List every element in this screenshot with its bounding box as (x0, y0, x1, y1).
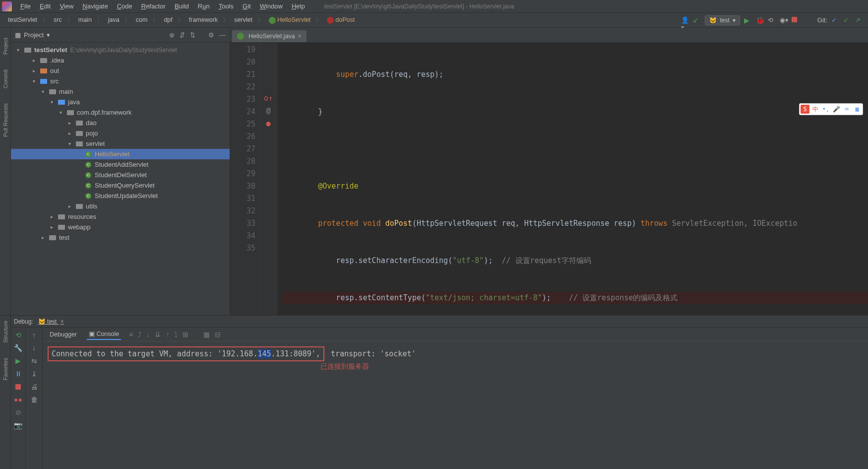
console-tab[interactable]: ▣ Console (87, 329, 121, 340)
git-commit-icon[interactable]: ✓ (843, 16, 851, 24)
tree-row[interactable]: CStudentUpdateServlet (11, 191, 230, 201)
tree-row[interactable]: CStudentDelServlet (11, 170, 230, 180)
tree-root[interactable]: ▾ testServlet E:\dev\my\git\JavaDailyStu… (11, 45, 230, 55)
expand-all-icon[interactable]: ⇵ (180, 31, 185, 39)
gutter-marks[interactable]: o↑ @● (260, 43, 277, 315)
threads-icon[interactable]: ⊟ (215, 331, 221, 338)
sidebar-tab-commit[interactable]: Commit (2, 69, 8, 88)
menu-run[interactable]: Run (193, 1, 214, 11)
tree-row[interactable]: ▸test (11, 232, 230, 243)
tree-row[interactable]: ▸utils (11, 201, 230, 211)
run-config-selector[interactable]: 🐱 test ▾ (705, 15, 740, 25)
tree-row[interactable]: ▸out (11, 66, 230, 76)
project-tree[interactable]: ▾ testServlet E:\dev\my\git\JavaDailyStu… (11, 43, 230, 315)
frames-icon[interactable]: ▦ (203, 331, 210, 338)
ime-lang-icon[interactable]: 中 (811, 105, 820, 114)
scroll-icon[interactable]: ⤓ (30, 369, 39, 378)
ime-toolbar[interactable]: S 中 •, 🎤 ⌨ ▦ (799, 103, 863, 115)
sidebar-tab-project[interactable]: Project (2, 38, 8, 55)
menu-window[interactable]: Window (255, 1, 287, 11)
menu-tools[interactable]: Tools (214, 1, 238, 11)
menu-build[interactable]: Build (170, 1, 193, 11)
menu-refactor[interactable]: Refactor (137, 1, 170, 11)
breadcrumb-item[interactable]: main (75, 15, 95, 24)
step-over-icon[interactable]: ⤴ (138, 331, 141, 338)
step-down-icon[interactable]: ↓ (30, 343, 39, 352)
modify-run-icon[interactable]: 🔧 (14, 343, 23, 352)
breadcrumb-item[interactable]: com (133, 15, 151, 24)
mute-breakpoints-icon[interactable]: ⊘ (14, 408, 23, 417)
code-content[interactable]: super.doPost(req, resp); } @Override pro… (277, 43, 868, 315)
ime-punct-icon[interactable]: •, (821, 105, 830, 114)
run-button[interactable]: ▶ (744, 16, 752, 24)
menu-edit[interactable]: Edit (35, 1, 55, 11)
step-icon[interactable]: ≡ (129, 331, 133, 338)
collapse-all-icon[interactable]: ⇅ (190, 31, 195, 39)
step-into-icon[interactable]: ↓ (146, 331, 150, 338)
tree-row[interactable]: ▾java (11, 97, 230, 107)
menu-view[interactable]: View (55, 1, 78, 11)
sidebar-tab-favorites[interactable]: Favorites (2, 358, 8, 380)
menu-navigate[interactable]: Navigate (78, 1, 112, 11)
tree-row[interactable]: ▾servlet (11, 138, 230, 149)
breadcrumb-item[interactable]: java (105, 15, 123, 24)
ime-mic-icon[interactable]: 🎤 (832, 105, 841, 114)
tree-row[interactable]: ▸dao (11, 118, 230, 128)
camera-icon[interactable]: 📷 (14, 421, 23, 430)
menu-git[interactable]: Git (238, 1, 255, 11)
add-user-icon[interactable]: 👤▾ (681, 16, 689, 24)
step-out-icon[interactable]: ↑ (166, 331, 169, 338)
tree-row[interactable]: CHelloServlet (11, 149, 230, 159)
breadcrumb-method[interactable]: doPost (324, 15, 358, 25)
close-icon[interactable]: × (61, 318, 64, 325)
step-up-icon[interactable]: ↑ (30, 331, 39, 339)
git-push-icon[interactable]: ↗ (855, 16, 863, 24)
wrap-icon[interactable]: ⇆ (30, 356, 39, 365)
sidebar-tab-pull-requests[interactable]: Pull Requests (2, 103, 8, 137)
force-step-icon[interactable]: ⇊ (155, 331, 161, 338)
gear-icon[interactable]: ⚙ (208, 31, 214, 39)
menu-code[interactable]: Code (113, 1, 137, 11)
coverage-button[interactable]: ⟲ (768, 16, 776, 24)
rerun-icon[interactable]: ⟲ (14, 331, 23, 339)
view-breakpoints-icon[interactable]: ●● (14, 395, 23, 404)
ime-sogou-icon[interactable]: S (801, 105, 809, 114)
menu-help[interactable]: Help (287, 1, 310, 11)
debug-button[interactable]: 🐞 (756, 16, 764, 24)
project-title[interactable]: Project (24, 31, 44, 39)
hide-icon[interactable]: — (219, 31, 226, 39)
debugger-tab[interactable]: Debugger (48, 330, 79, 339)
tree-row[interactable]: ▾com.dpf.framework (11, 107, 230, 118)
pause-icon[interactable]: ⏸ (14, 369, 23, 378)
tree-row[interactable]: ▸pojo (11, 128, 230, 138)
breadcrumb-item[interactable]: testServlet (5, 15, 40, 24)
close-icon[interactable]: × (298, 33, 302, 40)
tree-row[interactable]: ▾main (11, 86, 230, 97)
chevron-down-icon[interactable]: ▾ (47, 31, 50, 39)
stop-button[interactable] (792, 16, 800, 24)
console-output[interactable]: Connected to the target VM, address: '19… (43, 341, 868, 469)
editor-body[interactable]: 1920212223242526272829303132333435 o↑ @●… (230, 43, 868, 315)
stop-icon[interactable] (14, 382, 23, 391)
evaluate-icon[interactable]: ⊞ (183, 331, 188, 338)
vcs-update-icon[interactable]: ↙ (693, 16, 701, 24)
tree-row[interactable]: ▸resources (11, 211, 230, 222)
print-icon[interactable]: 🖨 (30, 382, 39, 391)
breadcrumb-item[interactable]: dpf (161, 15, 175, 24)
tree-row[interactable]: CStudentQueryServlet (11, 180, 230, 191)
run-to-cursor-icon[interactable]: ⤵ (174, 331, 178, 338)
breadcrumb-item[interactable]: src (51, 15, 65, 24)
tree-row[interactable]: CStudentAddServlet (11, 159, 230, 170)
sidebar-tab-structure[interactable]: Structure (2, 321, 8, 343)
profile-button[interactable]: ◉▾ (780, 16, 788, 24)
breadcrumb-item[interactable]: servlet (231, 15, 255, 24)
tree-row[interactable]: ▾src (11, 76, 230, 86)
ime-keyboard-icon[interactable]: ⌨ (842, 105, 851, 114)
debug-session-tab[interactable]: 🐱 test × (38, 318, 64, 325)
resume-icon[interactable]: ▶ (14, 356, 23, 365)
tree-row[interactable]: ▸.idea (11, 55, 230, 66)
breadcrumb-class[interactable]: HelloServlet (266, 15, 313, 25)
git-update-icon[interactable]: ✓ (831, 16, 839, 24)
ime-settings-icon[interactable]: ▦ (853, 105, 862, 114)
tree-row[interactable]: ▸webapp (11, 222, 230, 232)
